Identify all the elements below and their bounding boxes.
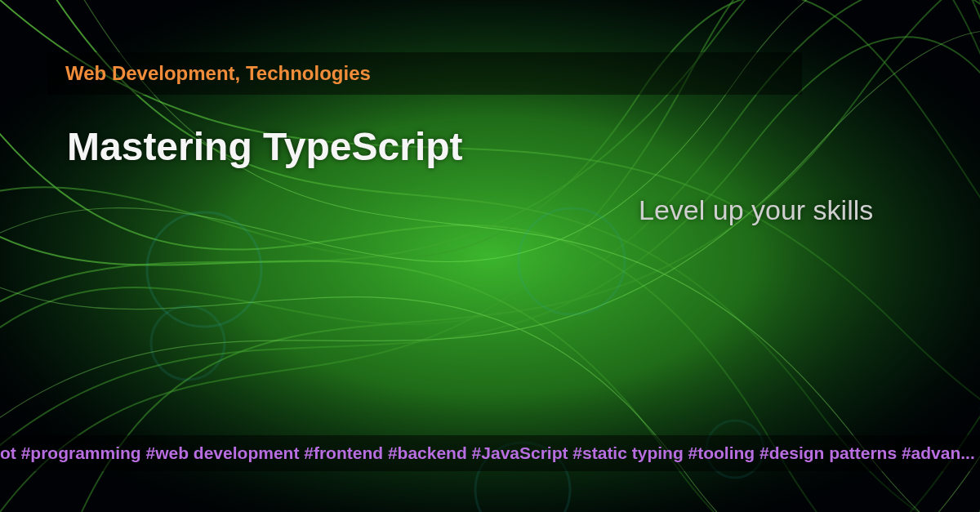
category-bar: Web Development, Technologies xyxy=(47,52,802,95)
svg-point-2 xyxy=(147,212,261,327)
svg-point-3 xyxy=(151,306,225,380)
tags-text: ot #programming #web development #fronte… xyxy=(0,443,975,463)
category-text: Web Development, Technologies xyxy=(65,62,371,85)
tags-bar: ot #programming #web development #fronte… xyxy=(0,435,980,471)
svg-point-4 xyxy=(519,208,625,314)
promo-card: Web Development, Technologies Mastering … xyxy=(0,0,980,512)
title: Mastering TypeScript xyxy=(67,124,463,169)
subtitle: Level up your skills xyxy=(639,194,873,226)
